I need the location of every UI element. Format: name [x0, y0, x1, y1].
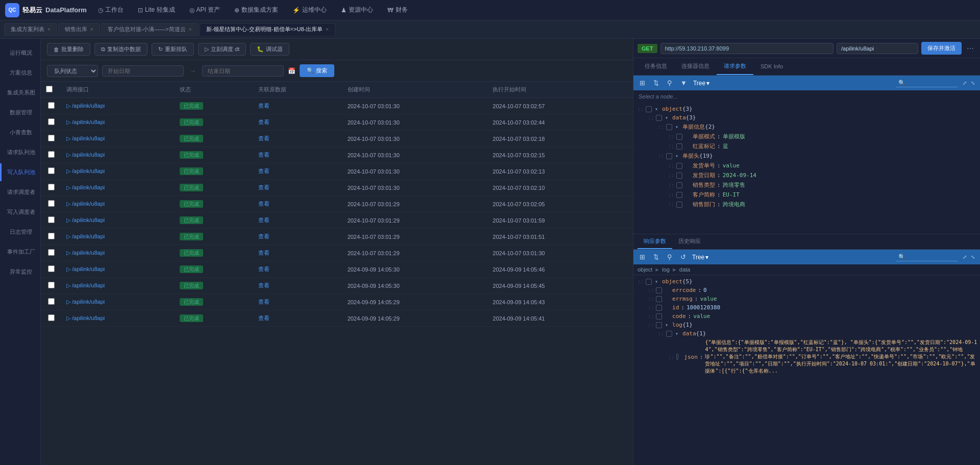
resp-tree-refresh-icon[interactable]: ↺	[678, 252, 688, 262]
tab-settlement[interactable]: 新-领星结算中心-交易明细-赔偿单=>U8-出库单 ×	[200, 23, 335, 36]
tree-collapse-all[interactable]: ⤡	[970, 79, 976, 87]
requeue-button[interactable]: ↻ 重新排队	[152, 43, 194, 56]
tree-node[interactable]: :: 发货单号:value	[633, 161, 980, 170]
node-checkbox-2[interactable]	[666, 124, 672, 130]
batch-delete-button[interactable]: 🗑 批量删除	[47, 43, 90, 56]
api-link-8[interactable]: ▷ /apilink/u8api	[66, 233, 169, 240]
row-checkbox-0[interactable]	[48, 102, 55, 109]
row-checkbox-8[interactable]	[48, 233, 55, 239]
resp-tree-filter-icon[interactable]: ⚲	[665, 252, 674, 262]
resp-tree-search-input[interactable]	[896, 253, 958, 261]
sidebar-item-solution[interactable]: 方案信息	[0, 64, 40, 82]
tree-view-dropdown[interactable]: Tree ▾	[693, 80, 709, 87]
resp-node-checkbox-3[interactable]	[656, 305, 662, 311]
resp-tree-node[interactable]: ::▾data {1}	[633, 329, 980, 338]
sidebar-item-request-queue[interactable]: 请求队列池	[0, 143, 40, 161]
tab-sales-out[interactable]: 销售出库 ×	[58, 23, 100, 36]
node-checkbox-6[interactable]	[676, 163, 682, 169]
resp-tree-node[interactable]: :: code:value	[633, 312, 980, 321]
row-checkbox-5[interactable]	[48, 184, 55, 190]
row-checkbox-1[interactable]	[48, 118, 55, 125]
view-btn-8[interactable]: 查看	[258, 233, 270, 239]
sidebar-item-data[interactable]: 数据管理	[0, 104, 40, 121]
tab-solution-list[interactable]: 集成方案列表 ×	[4, 23, 57, 36]
tab-response-params[interactable]: 响应参数	[638, 234, 672, 249]
resp-node-toggle-0[interactable]: ▾	[655, 279, 661, 284]
view-btn-9[interactable]: 查看	[258, 250, 270, 256]
view-btn-4[interactable]: 查看	[258, 168, 270, 174]
resp-tree-node[interactable]: :: errcode:0	[633, 286, 980, 295]
tab-task-info[interactable]: 任务信息	[638, 58, 674, 75]
node-checkbox-0[interactable]	[646, 106, 652, 112]
node-toggle-5[interactable]: ▾	[675, 153, 681, 159]
close-tab-1[interactable]: ×	[90, 27, 93, 32]
tree-node[interactable]: ::▾object {3}	[633, 105, 980, 113]
row-checkbox-6[interactable]	[48, 200, 55, 207]
node-checkbox-7[interactable]	[676, 173, 682, 179]
more-button[interactable]: ⋯	[965, 43, 976, 54]
nav-api[interactable]: ◎ API 资产	[186, 4, 224, 16]
tree-node[interactable]: :: 发货日期:2024-09-14	[633, 170, 980, 180]
sidebar-item-logs[interactable]: 日志管理	[0, 223, 40, 241]
api-link-2[interactable]: ▷ /apilink/u8api	[66, 135, 169, 142]
resp-tree-add-icon[interactable]: ⊞	[638, 252, 647, 262]
breadcrumb-log[interactable]: log	[662, 266, 670, 273]
nav-finance[interactable]: ₩ 财务	[384, 4, 411, 16]
view-btn-1[interactable]: 查看	[258, 119, 270, 125]
nav-datasolution[interactable]: ⊕ 数据集成方案	[231, 4, 281, 16]
tab-sdk-info[interactable]: SDK Info	[753, 59, 790, 75]
api-link-5[interactable]: ▷ /apilink/u8api	[66, 184, 169, 191]
queue-status-select[interactable]: 队列状态	[47, 65, 98, 77]
resp-collapse-all[interactable]: ⤡	[970, 253, 976, 261]
resp-node-checkbox-4[interactable]	[656, 313, 662, 320]
resp-node-checkbox-1[interactable]	[656, 287, 662, 293]
api-link-0[interactable]: ▷ /apilink/u8api	[66, 103, 169, 109]
resp-node-checkbox-2[interactable]	[656, 296, 662, 302]
node-toggle-0[interactable]: ▾	[655, 106, 661, 112]
resp-node-checkbox-7[interactable]	[676, 354, 678, 360]
node-checkbox-9[interactable]	[676, 192, 682, 198]
node-checkbox-10[interactable]	[676, 202, 682, 208]
url-input[interactable]	[660, 43, 834, 54]
resp-node-toggle-6[interactable]: ▾	[675, 331, 681, 336]
api-link-3[interactable]: ▷ /apilink/u8api	[66, 152, 169, 158]
resp-node-checkbox-6[interactable]	[666, 331, 672, 337]
view-btn-5[interactable]: 查看	[258, 184, 270, 190]
view-btn-3[interactable]: 查看	[258, 152, 270, 158]
tree-node[interactable]: :: 客户简称:EU-IT	[633, 190, 980, 200]
api-link-13[interactable]: ▷ /apilink/u8api	[66, 315, 169, 322]
tree-search-input[interactable]	[896, 79, 958, 87]
resp-tree-sort-icon[interactable]: ⇅	[651, 252, 661, 262]
close-tab-2[interactable]: ×	[189, 27, 192, 32]
resp-tree-node[interactable]: :: id:1000120380	[633, 303, 980, 312]
row-checkbox-10[interactable]	[48, 265, 55, 272]
tree-node[interactable]: :: 红蓝标记:蓝	[633, 141, 980, 151]
sidebar-item-query[interactable]: 小青查数	[0, 124, 40, 141]
node-checkbox-4[interactable]	[676, 143, 682, 150]
api-link-10[interactable]: ▷ /apilink/u8api	[66, 266, 169, 273]
node-toggle-1[interactable]: ▾	[665, 115, 671, 120]
copy-selected-button[interactable]: ⧉ 复制选中数据	[94, 43, 148, 56]
tab-connector-info[interactable]: 连接器信息	[674, 58, 717, 75]
tree-node[interactable]: ::▾单据信息 {2}	[633, 122, 980, 132]
resp-expand-all[interactable]: ⤢	[962, 253, 968, 261]
close-tab-3[interactable]: ×	[326, 27, 329, 32]
nav-workbench[interactable]: ◷ 工作台	[95, 4, 127, 16]
tree-funnel-icon[interactable]: ▼	[678, 78, 689, 88]
sidebar-item-exception[interactable]: 异常监控	[0, 263, 40, 281]
resp-node-toggle-5[interactable]: ▾	[665, 322, 671, 328]
resp-tree-view-dropdown[interactable]: Tree ▾	[692, 254, 708, 261]
tab-history-response[interactable]: 历史响应	[672, 234, 707, 249]
view-btn-7[interactable]: 查看	[258, 217, 270, 223]
tree-sort-icon[interactable]: ⇅	[651, 78, 661, 88]
tree-expand-all[interactable]: ⤢	[962, 79, 968, 87]
resp-tree-node[interactable]: :: json:{"单据信息":{"单据模版":"单报模版","红蓝标记":"蓝…	[633, 338, 980, 376]
save-activate-button[interactable]: 保存并激活	[921, 42, 962, 55]
resp-tree-node[interactable]: ::▾object {5}	[633, 277, 980, 286]
api-link-4[interactable]: ▷ /apilink/u8api	[66, 168, 169, 175]
sidebar-item-relation[interactable]: 集成关系图	[0, 84, 40, 102]
nav-lite[interactable]: ⊡ Lite 轻集成	[135, 4, 178, 16]
end-date-input[interactable]	[202, 65, 284, 77]
node-checkbox-8[interactable]	[676, 182, 682, 188]
api-link-7[interactable]: ▷ /apilink/u8api	[66, 217, 169, 224]
